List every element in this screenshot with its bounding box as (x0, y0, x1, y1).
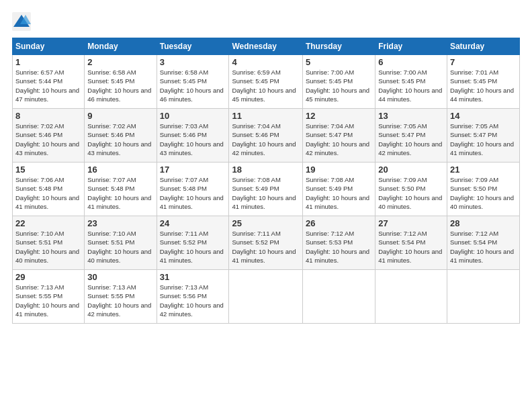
calendar-cell (302, 270, 375, 324)
calendar-cell: 20 Sunrise: 7:09 AM Sunset: 5:50 PM Dayl… (375, 163, 447, 216)
day-info: Sunrise: 7:02 AM Sunset: 5:46 PM Dayligh… (15, 122, 81, 157)
day-info: Sunrise: 7:08 AM Sunset: 5:49 PM Dayligh… (232, 175, 299, 211)
logo (12, 12, 34, 31)
calendar-cell: 23 Sunrise: 7:10 AM Sunset: 5:51 PM Dayl… (85, 216, 157, 270)
day-number: 24 (160, 218, 226, 228)
calendar-cell: 26 Sunrise: 7:12 AM Sunset: 5:53 PM Dayl… (302, 216, 375, 270)
day-number: 30 (87, 272, 153, 282)
day-number: 22 (15, 218, 81, 228)
calendar-cell: 31 Sunrise: 7:13 AM Sunset: 5:56 PM Dayl… (157, 270, 229, 324)
day-info: Sunrise: 7:02 AM Sunset: 5:46 PM Dayligh… (87, 122, 153, 157)
calendar-cell: 2 Sunrise: 6:58 AM Sunset: 5:45 PM Dayli… (85, 55, 157, 109)
day-info: Sunrise: 7:04 AM Sunset: 5:47 PM Dayligh… (306, 122, 372, 157)
day-info: Sunrise: 7:13 AM Sunset: 5:55 PM Dayligh… (15, 283, 81, 318)
header (12, 12, 520, 31)
calendar-cell: 9 Sunrise: 7:02 AM Sunset: 5:46 PM Dayli… (85, 109, 157, 163)
weekday-header: Sunday (13, 38, 85, 55)
calendar-cell: 13 Sunrise: 7:05 AM Sunset: 5:47 PM Dayl… (375, 109, 447, 163)
calendar-cell: 22 Sunrise: 7:10 AM Sunset: 5:51 PM Dayl… (13, 216, 85, 270)
day-number: 19 (306, 165, 372, 175)
calendar-cell: 15 Sunrise: 7:06 AM Sunset: 5:48 PM Dayl… (13, 163, 85, 216)
weekday-header: Saturday (447, 38, 519, 55)
day-number: 29 (15, 272, 81, 282)
day-info: Sunrise: 7:13 AM Sunset: 5:55 PM Dayligh… (87, 283, 153, 318)
day-info: Sunrise: 7:11 AM Sunset: 5:52 PM Dayligh… (232, 229, 299, 265)
day-info: Sunrise: 7:03 AM Sunset: 5:46 PM Dayligh… (160, 122, 226, 157)
calendar-cell: 1 Sunrise: 6:57 AM Sunset: 5:44 PM Dayli… (13, 55, 85, 109)
day-number: 27 (378, 218, 444, 228)
day-number: 13 (378, 111, 444, 121)
day-number: 23 (87, 218, 153, 228)
calendar-cell: 21 Sunrise: 7:09 AM Sunset: 5:50 PM Dayl… (447, 163, 519, 216)
calendar-cell: 10 Sunrise: 7:03 AM Sunset: 5:46 PM Dayl… (157, 109, 229, 163)
day-info: Sunrise: 6:57 AM Sunset: 5:44 PM Dayligh… (15, 68, 81, 103)
weekday-header: Friday (375, 38, 447, 55)
weekday-header: Wednesday (229, 38, 302, 55)
calendar-cell: 16 Sunrise: 7:07 AM Sunset: 5:48 PM Dayl… (85, 163, 157, 216)
calendar-cell: 3 Sunrise: 6:58 AM Sunset: 5:45 PM Dayli… (157, 55, 229, 109)
calendar-cell (375, 270, 447, 324)
day-info: Sunrise: 7:05 AM Sunset: 5:47 PM Dayligh… (378, 122, 444, 157)
day-info: Sunrise: 7:10 AM Sunset: 5:51 PM Dayligh… (87, 229, 153, 265)
day-number: 14 (450, 111, 517, 121)
day-number: 9 (87, 111, 153, 121)
calendar-cell: 4 Sunrise: 6:59 AM Sunset: 5:45 PM Dayli… (229, 55, 302, 109)
page: SundayMondayTuesdayWednesdayThursdayFrid… (0, 0, 532, 411)
calendar-cell: 18 Sunrise: 7:08 AM Sunset: 5:49 PM Dayl… (229, 163, 302, 216)
day-info: Sunrise: 6:58 AM Sunset: 5:45 PM Dayligh… (87, 68, 153, 103)
calendar-cell (229, 270, 302, 324)
day-number: 4 (232, 57, 299, 67)
calendar-cell: 7 Sunrise: 7:01 AM Sunset: 5:45 PM Dayli… (447, 55, 519, 109)
calendar-table: SundayMondayTuesdayWednesdayThursdayFrid… (12, 38, 520, 324)
day-number: 1 (15, 57, 81, 67)
calendar-cell: 5 Sunrise: 7:00 AM Sunset: 5:45 PM Dayli… (302, 55, 375, 109)
day-info: Sunrise: 7:12 AM Sunset: 5:53 PM Dayligh… (306, 229, 372, 265)
calendar-cell: 12 Sunrise: 7:04 AM Sunset: 5:47 PM Dayl… (302, 109, 375, 163)
day-number: 28 (450, 218, 517, 228)
calendar-cell: 11 Sunrise: 7:04 AM Sunset: 5:46 PM Dayl… (229, 109, 302, 163)
day-number: 15 (15, 165, 81, 175)
day-info: Sunrise: 7:00 AM Sunset: 5:45 PM Dayligh… (378, 68, 444, 103)
day-number: 25 (232, 218, 299, 228)
day-number: 18 (232, 165, 299, 175)
day-info: Sunrise: 7:05 AM Sunset: 5:47 PM Dayligh… (450, 122, 517, 157)
weekday-header: Monday (85, 38, 157, 55)
day-info: Sunrise: 7:10 AM Sunset: 5:51 PM Dayligh… (15, 229, 81, 265)
calendar-cell: 6 Sunrise: 7:00 AM Sunset: 5:45 PM Dayli… (375, 55, 447, 109)
day-number: 20 (378, 165, 444, 175)
calendar-cell: 30 Sunrise: 7:13 AM Sunset: 5:55 PM Dayl… (85, 270, 157, 324)
day-number: 6 (378, 57, 444, 67)
calendar-week-row: 29 Sunrise: 7:13 AM Sunset: 5:55 PM Dayl… (13, 270, 520, 324)
day-info: Sunrise: 7:09 AM Sunset: 5:50 PM Dayligh… (450, 175, 517, 211)
day-number: 7 (450, 57, 517, 67)
day-number: 16 (87, 165, 153, 175)
calendar-cell: 28 Sunrise: 7:12 AM Sunset: 5:54 PM Dayl… (447, 216, 519, 270)
calendar-cell (447, 270, 519, 324)
day-info: Sunrise: 7:07 AM Sunset: 5:48 PM Dayligh… (160, 175, 226, 211)
day-info: Sunrise: 6:59 AM Sunset: 5:45 PM Dayligh… (232, 68, 299, 103)
calendar-week-row: 1 Sunrise: 6:57 AM Sunset: 5:44 PM Dayli… (13, 55, 520, 109)
calendar-cell: 24 Sunrise: 7:11 AM Sunset: 5:52 PM Dayl… (157, 216, 229, 270)
calendar-cell: 17 Sunrise: 7:07 AM Sunset: 5:48 PM Dayl… (157, 163, 229, 216)
day-info: Sunrise: 7:13 AM Sunset: 5:56 PM Dayligh… (160, 283, 226, 318)
day-number: 17 (160, 165, 226, 175)
calendar-cell: 19 Sunrise: 7:08 AM Sunset: 5:49 PM Dayl… (302, 163, 375, 216)
day-number: 12 (306, 111, 372, 121)
weekday-header: Thursday (302, 38, 375, 55)
logo-icon (12, 12, 31, 31)
day-number: 10 (160, 111, 226, 121)
day-info: Sunrise: 7:04 AM Sunset: 5:46 PM Dayligh… (232, 122, 299, 157)
calendar-week-row: 15 Sunrise: 7:06 AM Sunset: 5:48 PM Dayl… (13, 163, 520, 216)
day-number: 2 (87, 57, 153, 67)
day-info: Sunrise: 7:01 AM Sunset: 5:45 PM Dayligh… (450, 68, 517, 103)
day-info: Sunrise: 6:58 AM Sunset: 5:45 PM Dayligh… (160, 68, 226, 103)
weekday-header: Tuesday (157, 38, 229, 55)
calendar-cell: 29 Sunrise: 7:13 AM Sunset: 5:55 PM Dayl… (13, 270, 85, 324)
calendar-week-row: 22 Sunrise: 7:10 AM Sunset: 5:51 PM Dayl… (13, 216, 520, 270)
day-number: 3 (160, 57, 226, 67)
day-info: Sunrise: 7:07 AM Sunset: 5:48 PM Dayligh… (87, 175, 153, 211)
day-number: 26 (306, 218, 372, 228)
day-info: Sunrise: 7:12 AM Sunset: 5:54 PM Dayligh… (450, 229, 517, 265)
day-info: Sunrise: 7:11 AM Sunset: 5:52 PM Dayligh… (160, 229, 226, 265)
day-info: Sunrise: 7:12 AM Sunset: 5:54 PM Dayligh… (378, 229, 444, 265)
